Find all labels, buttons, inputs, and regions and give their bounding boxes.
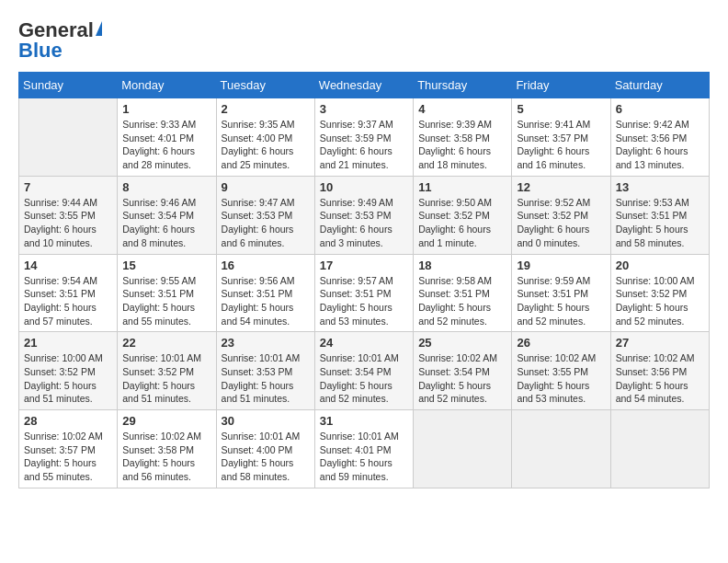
day-info: Sunrise: 10:01 AMSunset: 3:54 PMDaylight… [320, 351, 408, 406]
week-row-1: 1Sunrise: 9:33 AMSunset: 4:01 PMDaylight… [19, 98, 710, 177]
day-header-tuesday: Tuesday [216, 73, 314, 98]
day-number: 7 [24, 180, 112, 194]
calendar-cell: 25Sunrise: 10:02 AMSunset: 3:54 PMDaylig… [414, 332, 512, 410]
calendar-cell [512, 410, 610, 488]
day-number: 3 [320, 102, 408, 116]
calendar-cell: 6Sunrise: 9:42 AMSunset: 3:56 PMDaylight… [610, 98, 709, 177]
day-info: Sunrise: 9:50 AMSunset: 3:52 PMDaylight:… [418, 196, 506, 250]
day-info: Sunrise: 9:57 AMSunset: 3:51 PMDaylight:… [320, 274, 408, 328]
day-number: 17 [320, 259, 408, 272]
day-info: Sunrise: 9:49 AMSunset: 3:53 PMDaylight:… [320, 196, 408, 250]
day-header-sunday: Sunday [19, 73, 118, 98]
calendar-header-row: SundayMondayTuesdayWednesdayThursdayFrid… [19, 73, 710, 98]
day-info: Sunrise: 10:02 AMSunset: 3:54 PMDaylight… [418, 351, 506, 406]
day-number: 29 [122, 414, 210, 428]
logo-triangle-icon [96, 21, 102, 36]
calendar-cell: 17Sunrise: 9:57 AMSunset: 3:51 PMDayligh… [314, 254, 413, 332]
day-info: Sunrise: 9:37 AMSunset: 3:59 PMDaylight:… [320, 118, 408, 172]
day-number: 13 [616, 180, 704, 194]
week-row-3: 14Sunrise: 9:54 AMSunset: 3:51 PMDayligh… [19, 254, 710, 332]
day-number: 26 [517, 336, 605, 350]
day-number: 9 [222, 180, 310, 194]
day-header-saturday: Saturday [610, 73, 709, 98]
week-row-4: 21Sunrise: 10:00 AMSunset: 3:52 PMDaylig… [19, 332, 710, 410]
day-number: 20 [616, 259, 704, 272]
day-info: Sunrise: 10:02 AMSunset: 3:55 PMDaylight… [517, 351, 605, 406]
calendar-cell: 13Sunrise: 9:53 AMSunset: 3:51 PMDayligh… [610, 176, 709, 254]
day-info: Sunrise: 9:54 AMSunset: 3:51 PMDaylight:… [24, 274, 112, 328]
day-header-thursday: Thursday [414, 73, 512, 98]
day-number: 25 [418, 336, 506, 350]
day-info: Sunrise: 10:01 AMSunset: 4:00 PMDaylight… [222, 430, 310, 484]
calendar-cell [610, 410, 709, 488]
day-info: Sunrise: 9:58 AMSunset: 3:51 PMDaylight:… [418, 274, 506, 328]
day-info: Sunrise: 9:44 AMSunset: 3:55 PMDaylight:… [24, 196, 112, 250]
day-info: Sunrise: 9:55 AMSunset: 3:51 PMDaylight:… [122, 274, 210, 328]
calendar-body: 1Sunrise: 9:33 AMSunset: 4:01 PMDaylight… [19, 98, 710, 488]
day-number: 16 [222, 259, 310, 272]
calendar-cell: 11Sunrise: 9:50 AMSunset: 3:52 PMDayligh… [414, 176, 512, 254]
day-number: 15 [122, 259, 210, 272]
day-number: 28 [24, 414, 112, 428]
day-number: 1 [122, 102, 210, 116]
calendar-cell: 31Sunrise: 10:01 AMSunset: 4:01 PMDaylig… [314, 410, 413, 488]
calendar-cell: 28Sunrise: 10:02 AMSunset: 3:57 PMDaylig… [19, 410, 118, 488]
calendar-cell: 27Sunrise: 10:02 AMSunset: 3:56 PMDaylig… [610, 332, 709, 410]
calendar-cell: 30Sunrise: 10:01 AMSunset: 4:00 PMDaylig… [216, 410, 314, 488]
calendar-cell: 7Sunrise: 9:44 AMSunset: 3:55 PMDaylight… [19, 176, 118, 254]
calendar-cell: 20Sunrise: 10:00 AMSunset: 3:52 PMDaylig… [610, 254, 709, 332]
day-number: 2 [222, 102, 310, 116]
week-row-5: 28Sunrise: 10:02 AMSunset: 3:57 PMDaylig… [19, 410, 710, 488]
day-info: Sunrise: 9:41 AMSunset: 3:57 PMDaylight:… [517, 118, 605, 172]
day-number: 12 [517, 180, 605, 194]
calendar-cell: 5Sunrise: 9:41 AMSunset: 3:57 PMDaylight… [512, 98, 610, 177]
week-row-2: 7Sunrise: 9:44 AMSunset: 3:55 PMDaylight… [19, 176, 710, 254]
day-info: Sunrise: 9:47 AMSunset: 3:53 PMDaylight:… [222, 196, 310, 250]
day-info: Sunrise: 9:56 AMSunset: 3:51 PMDaylight:… [222, 274, 310, 328]
day-info: Sunrise: 10:01 AMSunset: 4:01 PMDaylight… [320, 430, 408, 484]
page-header: General Blue [18, 18, 710, 63]
day-number: 31 [320, 414, 408, 428]
day-number: 10 [320, 180, 408, 194]
calendar-cell: 4Sunrise: 9:39 AMSunset: 3:58 PMDaylight… [414, 98, 512, 177]
day-info: Sunrise: 10:02 AMSunset: 3:56 PMDaylight… [616, 351, 704, 406]
calendar-cell: 18Sunrise: 9:58 AMSunset: 3:51 PMDayligh… [414, 254, 512, 332]
day-number: 8 [122, 180, 210, 194]
day-header-wednesday: Wednesday [314, 73, 413, 98]
calendar-cell [414, 410, 512, 488]
day-info: Sunrise: 10:00 AMSunset: 3:52 PMDaylight… [24, 351, 112, 406]
calendar-cell: 16Sunrise: 9:56 AMSunset: 3:51 PMDayligh… [216, 254, 314, 332]
calendar-cell: 3Sunrise: 9:37 AMSunset: 3:59 PMDaylight… [314, 98, 413, 177]
day-info: Sunrise: 9:53 AMSunset: 3:51 PMDaylight:… [616, 196, 704, 250]
calendar-cell: 14Sunrise: 9:54 AMSunset: 3:51 PMDayligh… [19, 254, 118, 332]
day-number: 27 [616, 336, 704, 350]
day-number: 24 [320, 336, 408, 350]
day-info: Sunrise: 10:00 AMSunset: 3:52 PMDaylight… [616, 274, 704, 328]
day-info: Sunrise: 9:46 AMSunset: 3:54 PMDaylight:… [122, 196, 210, 250]
calendar-cell: 26Sunrise: 10:02 AMSunset: 3:55 PMDaylig… [512, 332, 610, 410]
calendar-cell: 24Sunrise: 10:01 AMSunset: 3:54 PMDaylig… [314, 332, 413, 410]
calendar-cell: 10Sunrise: 9:49 AMSunset: 3:53 PMDayligh… [314, 176, 413, 254]
day-info: Sunrise: 10:01 AMSunset: 3:53 PMDaylight… [222, 351, 310, 406]
calendar-cell: 23Sunrise: 10:01 AMSunset: 3:53 PMDaylig… [216, 332, 314, 410]
day-number: 4 [418, 102, 506, 116]
calendar-cell: 1Sunrise: 9:33 AMSunset: 4:01 PMDaylight… [118, 98, 216, 177]
day-header-friday: Friday [512, 73, 610, 98]
calendar-cell: 21Sunrise: 10:00 AMSunset: 3:52 PMDaylig… [19, 332, 118, 410]
day-number: 30 [222, 414, 310, 428]
day-info: Sunrise: 9:59 AMSunset: 3:51 PMDaylight:… [517, 274, 605, 328]
day-info: Sunrise: 9:52 AMSunset: 3:52 PMDaylight:… [517, 196, 605, 250]
day-info: Sunrise: 10:01 AMSunset: 3:52 PMDaylight… [122, 351, 210, 406]
day-number: 23 [222, 336, 310, 350]
day-number: 21 [24, 336, 112, 350]
day-info: Sunrise: 10:02 AMSunset: 3:58 PMDaylight… [122, 430, 210, 484]
calendar-cell: 19Sunrise: 9:59 AMSunset: 3:51 PMDayligh… [512, 254, 610, 332]
calendar-cell: 22Sunrise: 10:01 AMSunset: 3:52 PMDaylig… [118, 332, 216, 410]
calendar-cell [19, 98, 118, 177]
logo: General Blue [18, 18, 102, 63]
calendar-cell: 15Sunrise: 9:55 AMSunset: 3:51 PMDayligh… [118, 254, 216, 332]
day-number: 14 [24, 259, 112, 272]
day-number: 22 [122, 336, 210, 350]
day-number: 5 [517, 102, 605, 116]
day-number: 6 [616, 102, 704, 116]
